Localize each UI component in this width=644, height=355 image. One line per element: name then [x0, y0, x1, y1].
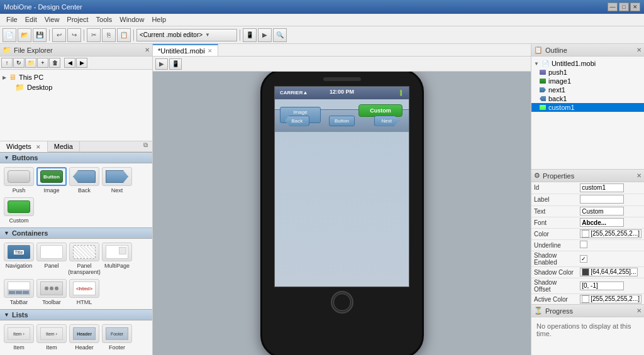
outline-item-back1[interactable]: back1	[531, 94, 644, 103]
panel-float-btn[interactable]: ⧉	[143, 141, 152, 150]
widget-multipage[interactable]: MultiPage	[102, 243, 132, 275]
toolbar-cut-btn[interactable]: ✂	[87, 28, 101, 42]
outline-item-push1[interactable]: push1	[531, 68, 644, 77]
widget-custom-button[interactable]: Custom	[4, 197, 34, 224]
menu-project[interactable]: Project	[63, 15, 92, 25]
fe-up-btn[interactable]: ↑	[1, 58, 13, 68]
outline-close-btn[interactable]: ✕	[636, 46, 641, 53]
widget-toolbar[interactable]: Toolbar	[36, 279, 67, 305]
tab-widgets[interactable]: Widgets ✕	[0, 141, 48, 152]
prop-shadow-enabled-value[interactable]: ✓	[577, 251, 644, 266]
widget-push-button[interactable]: Push	[4, 167, 34, 194]
toolbar-redo-btn[interactable]: ↪	[67, 28, 81, 42]
list-footer-label: Footer	[109, 344, 125, 351]
prop-font-value[interactable]: Abcde...	[577, 217, 644, 228]
widget-tabbar[interactable]: TabBar	[4, 279, 34, 305]
shadow-enabled-checkbox[interactable]: ✓	[580, 255, 587, 263]
toolbar-open-btn[interactable]: 📂	[18, 28, 31, 42]
phone-carrier-text: CARRIER	[280, 90, 303, 96]
progress-content: No operations to display at this time.	[531, 317, 644, 342]
editor-tab-untitled1[interactable]: *Untitled1.mobi ✕	[153, 44, 218, 56]
active-color-swatch	[582, 295, 589, 303]
outline-item-file[interactable]: ▼ 📄 Untitled1.mobi	[531, 59, 644, 68]
phone-custom-button[interactable]: Custom	[358, 104, 402, 117]
widget-panel-transparent[interactable]: Panel(transparent)	[69, 243, 99, 275]
toolbar-sep-3	[133, 30, 134, 41]
prop-text-value[interactable]: Custom	[577, 205, 644, 217]
prop-shadow-color-value[interactable]: [64,64,64,255]...	[577, 266, 644, 278]
phone-screen[interactable]: CARRIER ▲ 12:00 PM ▌ Image Button Custom	[274, 86, 409, 287]
minimize-button[interactable]: —	[608, 3, 618, 11]
prop-active-color-value[interactable]: [255,255,255,2...]	[577, 293, 644, 305]
menu-tools[interactable]: Tools	[92, 15, 116, 25]
toolbar-copy-btn[interactable]: ⎘	[102, 28, 116, 42]
widget-list-header[interactable]: Header Header	[69, 324, 99, 351]
menu-file[interactable]: File	[3, 15, 21, 25]
fe-forward-btn[interactable]: ▶	[76, 58, 87, 68]
editor-tab-close-btn[interactable]: ✕	[208, 48, 213, 54]
tab-media[interactable]: Media	[48, 141, 80, 151]
menu-help[interactable]: Help	[148, 15, 170, 25]
outline-item-image1[interactable]: image1	[531, 77, 644, 85]
image-label: Image	[43, 187, 59, 194]
next-icon	[539, 86, 547, 94]
menu-view[interactable]: View	[41, 15, 64, 25]
phone-next-button[interactable]: Next	[374, 116, 399, 126]
close-button[interactable]: ✕	[630, 3, 640, 11]
toolbar-preview-btn[interactable]: 🔍	[273, 28, 287, 42]
navigation-icon-box: Title	[4, 243, 34, 261]
toolbar-save-btn[interactable]: 💾	[33, 28, 47, 42]
toolbar-paste-btn[interactable]: 📋	[117, 28, 131, 42]
toolbar-undo-btn[interactable]: ↩	[52, 28, 66, 42]
toolbar-run-btn[interactable]: ▶	[258, 28, 272, 42]
fe-folder-btn[interactable]: 📁	[25, 58, 36, 68]
tree-item-thispc[interactable]: ▶ 🖥 This PC	[3, 72, 150, 82]
widget-html[interactable]: <html> HTML	[69, 279, 99, 305]
maximize-button[interactable]: □	[619, 3, 629, 11]
widget-panel[interactable]: Panel	[36, 243, 67, 275]
phone-status-bar: CARRIER ▲ 12:00 PM ▌	[275, 87, 409, 99]
widget-next-button[interactable]: Next	[102, 167, 132, 194]
phone-home-button[interactable]	[331, 291, 353, 314]
underline-checkbox[interactable]	[580, 241, 587, 248]
phone-screen-content[interactable]: Image Button Custom	[275, 99, 409, 109]
editor-device-btn[interactable]: 📱	[169, 58, 182, 70]
widget-list-item-1[interactable]: Item › Item	[4, 324, 34, 351]
tab-widgets-close[interactable]: ✕	[36, 144, 41, 150]
menu-edit[interactable]: Edit	[21, 15, 41, 25]
widget-navigation[interactable]: Title Navigation	[4, 243, 34, 275]
toolbar-device-btn[interactable]: 📱	[243, 28, 257, 42]
widget-list-footer[interactable]: Footer Footer	[102, 324, 132, 351]
widget-list-item-2[interactable]: Item › Item	[36, 324, 67, 351]
outline-back1-label: back1	[548, 95, 567, 102]
phone-back-button[interactable]: Back	[284, 116, 309, 126]
phone-button-button[interactable]: Button	[329, 116, 355, 126]
fe-back-btn[interactable]: ◀	[64, 58, 75, 68]
prop-color-value[interactable]: [255,255,255,2...]	[577, 228, 644, 239]
fe-delete-btn[interactable]: 🗑	[49, 58, 60, 68]
outline-item-next1[interactable]: next1	[531, 85, 644, 94]
progress-close-btn[interactable]: ✕	[636, 307, 641, 314]
toolbar-new-btn[interactable]: 📄	[3, 28, 16, 42]
prop-label-value[interactable]	[577, 194, 644, 205]
menu-window[interactable]: Window	[116, 15, 148, 25]
editor-play-btn[interactable]: ▶	[155, 58, 168, 70]
editor-selector-dropdown[interactable]: <Current .mobi editor> ▼	[136, 29, 237, 41]
file-explorer-close-button[interactable]: ✕	[145, 46, 150, 53]
widget-back-button[interactable]: Back	[69, 167, 99, 194]
prop-underline-value[interactable]	[577, 239, 644, 251]
prop-shadow-offset-value[interactable]: [0, -1]	[577, 278, 644, 293]
tree-item-desktop[interactable]: 📁 Desktop	[3, 82, 150, 92]
properties-close-btn[interactable]: ✕	[636, 172, 641, 179]
widget-image-button[interactable]: Button Image	[36, 167, 67, 194]
prop-id-value[interactable]: custom1	[577, 182, 644, 194]
prop-id-label: Id	[531, 182, 577, 194]
navigation-icon: Title	[8, 245, 30, 259]
phone-mockup: CARRIER ▲ 12:00 PM ▌ Image Button Custom	[260, 72, 424, 355]
navigation-label: Navigation	[6, 263, 33, 269]
fe-new-btn[interactable]: +	[37, 58, 48, 68]
fe-refresh-btn[interactable]: ↻	[13, 58, 25, 68]
editor-canvas-area[interactable]: CARRIER ▲ 12:00 PM ▌ Image Button Custom	[153, 72, 531, 355]
phone-home-inner	[333, 293, 351, 311]
outline-item-custom1[interactable]: custom1	[531, 103, 644, 112]
